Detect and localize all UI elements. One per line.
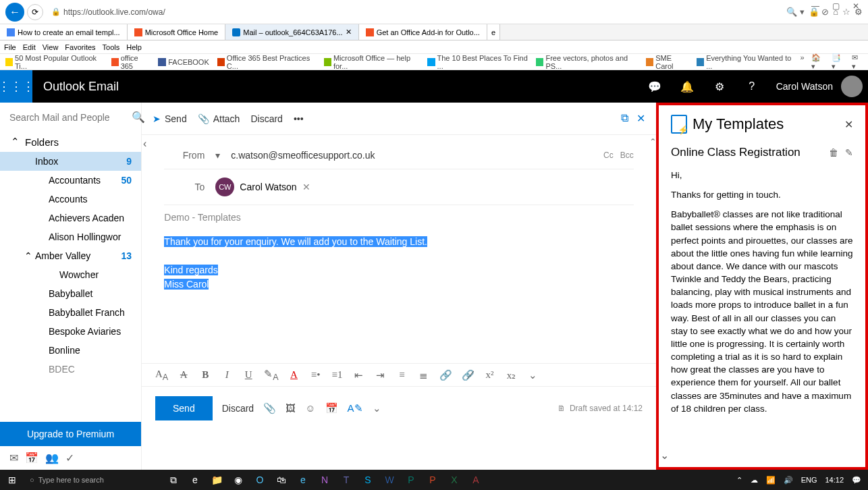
close-compose-icon[interactable]: ✕: [636, 112, 645, 125]
more-actions[interactable]: •••: [294, 113, 304, 124]
fontcolor-button[interactable]: A: [288, 369, 300, 381]
bcc-button[interactable]: Bcc: [620, 151, 634, 160]
window-minimize[interactable]: —: [807, 1, 823, 11]
mail-small-icon[interactable]: ✉ ▾: [852, 53, 863, 71]
cc-button[interactable]: Cc: [603, 151, 614, 160]
taskbar-search[interactable]: ○ Type here to search: [24, 476, 159, 484]
notifications-icon[interactable]: 🔔: [671, 70, 703, 103]
tray-wifi-icon[interactable]: 📶: [766, 476, 776, 485]
schedule-icon[interactable]: 📅: [325, 402, 338, 414]
emoji-icon[interactable]: ☺: [305, 402, 315, 414]
collapse-arrow[interactable]: ‹: [142, 135, 148, 363]
send-button[interactable]: Send: [155, 396, 213, 420]
tray-clock[interactable]: 14:12: [825, 476, 844, 484]
link-button[interactable]: 🔗: [439, 369, 452, 381]
taskbar-ie[interactable]: e: [293, 472, 313, 488]
tasks-icon[interactable]: ✓: [65, 452, 74, 464]
folder-inbox[interactable]: Inbox9: [0, 152, 141, 171]
browser-back-button[interactable]: ←: [5, 3, 24, 22]
from-dropdown-icon[interactable]: ▾: [215, 150, 220, 161]
folder-item[interactable]: Alison Hollingwor: [0, 227, 141, 246]
underline-button[interactable]: U: [242, 369, 254, 381]
bookmark-item[interactable]: FACEBOOK: [158, 58, 209, 66]
taskbar-teams[interactable]: T: [336, 472, 356, 488]
bookmark-item[interactable]: 50 Most Popular Outlook Ti...: [5, 54, 103, 70]
tray-notifications-icon[interactable]: 💬: [852, 476, 861, 485]
window-close[interactable]: ✕: [848, 1, 864, 11]
discard-action[interactable]: Discard: [250, 113, 282, 124]
delete-template-icon[interactable]: 🗑: [829, 147, 838, 158]
subscript-button[interactable]: x₂: [506, 369, 518, 381]
bookmark-item[interactable]: Everything You Wanted to ...: [697, 54, 792, 70]
settings-icon[interactable]: ⚙: [703, 70, 736, 103]
feed-icon[interactable]: 📑 ▾: [832, 53, 845, 71]
folder-item[interactable]: BDEC: [0, 360, 141, 379]
taskview-icon[interactable]: ⧉: [163, 472, 184, 488]
image-icon[interactable]: 🖼: [286, 402, 296, 414]
taskbar-publisher[interactable]: P: [401, 472, 421, 488]
edit-template-icon[interactable]: ✎: [845, 147, 853, 158]
numbering-button[interactable]: ≡1: [331, 369, 344, 381]
app-launcher-button[interactable]: ⋮⋮⋮: [0, 70, 32, 103]
tray-up-icon[interactable]: ⌃: [736, 476, 742, 485]
menu-edit[interactable]: Edit: [23, 43, 36, 51]
unlink-button[interactable]: 🔗̸: [462, 369, 474, 381]
indent-button[interactable]: ⇥: [375, 369, 387, 381]
bookmark-item[interactable]: The 10 Best Places To Find ...: [427, 54, 528, 70]
scroll-down-icon[interactable]: ⌄: [660, 449, 669, 462]
help-icon[interactable]: ?: [736, 70, 768, 103]
format-more[interactable]: ⌄: [527, 369, 539, 381]
remove-recipient-icon[interactable]: ✕: [302, 182, 310, 192]
chat-icon[interactable]: 💬: [639, 70, 671, 103]
taskbar-excel[interactable]: X: [444, 472, 464, 488]
expand-arrow[interactable]: ˆ: [650, 135, 656, 153]
discard-button[interactable]: Discard: [222, 403, 254, 414]
italic-button[interactable]: I: [221, 369, 233, 381]
taskbar-explorer[interactable]: 📁: [207, 472, 227, 488]
home-small-icon[interactable]: 🏠 ▾: [811, 53, 825, 71]
tab-ms-home[interactable]: Microsoft Office Home: [128, 24, 226, 40]
menu-tools[interactable]: Tools: [103, 43, 120, 51]
folder-item[interactable]: Accounts: [0, 190, 141, 209]
taskbar-powerpoint[interactable]: P: [423, 472, 443, 488]
folders-header[interactable]: ⌃ Folders: [0, 132, 141, 152]
highlight-button[interactable]: ✎A: [264, 368, 278, 382]
bookmark-item[interactable]: office 365: [111, 54, 151, 70]
folder-item[interactable]: Achievers Acaden: [0, 209, 141, 227]
bullets-button[interactable]: ≡•: [310, 369, 322, 381]
user-name[interactable]: Carol Watson: [768, 81, 841, 92]
folder-item[interactable]: Bespoke Aviaries: [0, 322, 141, 341]
bookmark-item[interactable]: Office 365 Best Practices C...: [217, 54, 316, 70]
bookmark-item[interactable]: SME Carol: [646, 54, 688, 70]
chevron-down-icon[interactable]: ⌄: [373, 402, 381, 414]
recipient-chip[interactable]: CW Carol Watson ✕: [215, 178, 310, 196]
folder-item[interactable]: Babyballet: [0, 284, 141, 303]
people-icon[interactable]: 👥: [45, 452, 59, 464]
subject-input[interactable]: Demo - Templates: [164, 205, 633, 229]
superscript-button[interactable]: x²: [484, 369, 496, 381]
taskbar-onenote[interactable]: N: [315, 472, 335, 488]
menu-help[interactable]: Help: [126, 43, 142, 51]
bookmark-item[interactable]: Free vectors, photos and PS...: [536, 54, 638, 70]
message-body[interactable]: Thank you for your enquiry. We will add …: [164, 235, 633, 356]
menu-file[interactable]: File: [4, 43, 16, 51]
send-action[interactable]: ➤Send: [153, 113, 187, 124]
search-input[interactable]: [9, 112, 128, 123]
menu-view[interactable]: View: [43, 43, 59, 51]
window-maximize[interactable]: ▢: [828, 1, 844, 11]
clearformat-icon[interactable]: A: [178, 369, 190, 381]
folder-item[interactable]: ⌃Amber Valley13: [0, 246, 141, 265]
taskbar-chrome[interactable]: ◉: [228, 472, 248, 488]
url-bar[interactable]: 🔒 https://outlook.live.com/owa/: [47, 7, 786, 17]
tray-volume-icon[interactable]: 🔊: [784, 476, 793, 485]
calendar-icon[interactable]: 📅: [25, 452, 38, 464]
upgrade-button[interactable]: Upgrade to Premium: [0, 422, 141, 446]
mail-icon[interactable]: ✉: [9, 452, 18, 464]
bookmark-overflow[interactable]: »: [801, 53, 805, 71]
menu-favorites[interactable]: Favorites: [65, 43, 95, 51]
tab-mail[interactable]: Mail – outlook_664C63A176... ✕: [225, 24, 358, 40]
template-item-header[interactable]: Online Class Registration 🗑 ✎: [671, 142, 853, 163]
taskbar-access[interactable]: A: [466, 472, 486, 488]
textsize-icon[interactable]: AA: [155, 369, 168, 382]
bookmark-item[interactable]: Microsoft Office — help for...: [324, 54, 420, 70]
